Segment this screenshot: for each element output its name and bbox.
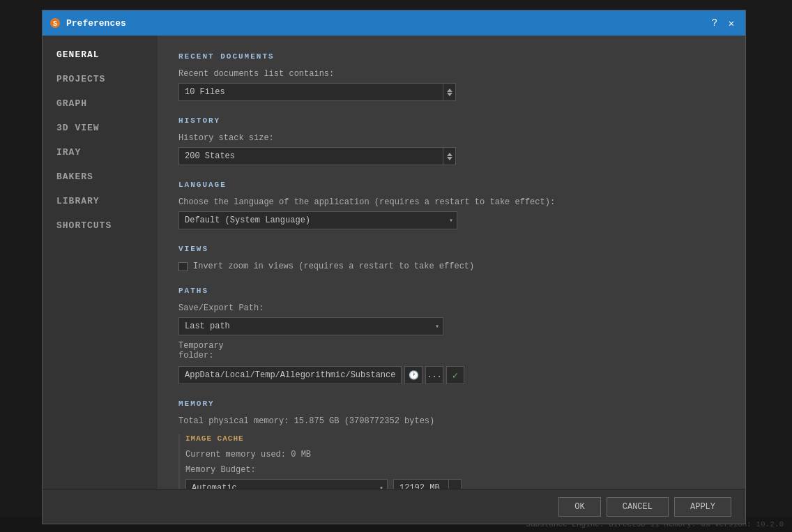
history-spinner-down [447,157,452,160]
sidebar-item-3dview[interactable]: 3D VIEW [43,116,158,140]
sidebar-item-projects[interactable]: PROJECTS [43,67,158,91]
sidebar-item-general[interactable]: GENERAL [43,43,158,67]
dots-icon: ... [427,370,442,380]
image-cache-title: IMAGE CACHE [185,434,724,443]
language-description: Choose the language of the application (… [178,197,724,207]
image-cache-value-input[interactable] [393,479,449,489]
section-history: HISTORY History stack size: [178,116,724,165]
help-button[interactable]: ? [708,16,722,30]
ok-button[interactable]: OK [558,497,600,517]
section-title-recent: RECENT DOCUMENTS [178,52,724,61]
invert-zoom-row: Invert zoom in views (requires a restart… [178,261,724,271]
temp-folder-row: Temporary folder: [178,341,724,360]
image-cache-subsection: IMAGE CACHE Current memory used: 0 MB Me… [178,434,724,489]
section-paths: PATHS Save/Export Path: Last path Projec… [178,287,724,384]
section-title-memory: MEMORY [178,400,724,408]
dialog-footer: OK CANCEL APPLY [43,489,745,524]
history-spinner-row [178,147,724,165]
clock-icon: 🕐 [409,370,419,381]
preferences-dialog: S Preferences ? ✕ GENERAL PROJECTS GRAPH… [42,10,746,524]
section-title-views: VIEWS [178,245,724,253]
section-recent-documents: RECENT DOCUMENTS Recent documents list c… [178,52,724,101]
invert-zoom-label: Invert zoom in views (requires a restart… [193,261,474,271]
total-memory-label: Total physical memory: 15.875 GB (370877… [178,416,724,426]
image-cache-mode-wrapper: Automatic Manual [185,479,388,489]
history-stack-label: History stack size: [178,133,724,143]
sidebar-item-library[interactable]: LIBRARY [43,189,158,213]
image-cache-value-wrap [393,479,462,489]
dialog-icon: S [50,17,61,29]
image-cache-spinner-btn[interactable] [449,479,462,489]
invert-zoom-checkbox[interactable] [178,262,188,271]
image-cache-budget-row: Automatic Manual [185,479,724,489]
image-cache-mode-select[interactable]: Automatic Manual [185,479,388,489]
close-button[interactable]: ✕ [724,16,738,30]
list-contains-label: Recent documents list contains: [178,69,724,79]
dialog-body: GENERAL PROJECTS GRAPH 3D VIEW IRAY BAKE… [43,36,745,489]
image-cache-budget-label: Memory Budget: [185,465,724,475]
image-cache-used-label: Current memory used: 0 MB [185,450,724,459]
section-memory: MEMORY Total physical memory: 15.875 GB … [178,400,724,489]
language-select[interactable]: Default (System Language) English French… [178,211,457,229]
temp-folder-input[interactable] [178,366,402,384]
apply-button[interactable]: APPLY [674,497,731,517]
language-select-wrapper: Default (System Language) English French… [178,211,457,229]
temp-folder-clock-btn[interactable]: 🕐 [404,366,422,384]
content-area: RECENT DOCUMENTS Recent documents list c… [158,36,745,489]
section-language: LANGUAGE Choose the language of the appl… [178,181,724,229]
recent-docs-input[interactable] [178,83,443,101]
temp-folder-label: Temporary folder: [178,341,255,360]
cancel-button[interactable]: CANCEL [607,497,669,517]
section-title-language: LANGUAGE [178,181,724,189]
spinner-down-arrow [447,93,452,96]
sidebar-item-shortcuts[interactable]: SHORTCUTS [43,213,158,238]
section-title-paths: PATHS [178,287,724,295]
history-stack-input[interactable] [178,147,443,165]
svg-text:S: S [53,20,57,28]
history-spinner-btn[interactable] [443,147,456,165]
recent-docs-spinner-row [178,83,724,101]
recent-docs-spinner-btn[interactable] [443,83,456,101]
temp-folder-browse-btn[interactable]: ... [425,366,443,384]
section-title-history: HISTORY [178,116,724,125]
history-spinner-up [447,153,452,156]
save-export-select-wrapper: Last path Project folder Custom [178,317,443,335]
sidebar-item-bakers[interactable]: BAKERS [43,165,158,189]
sidebar: GENERAL PROJECTS GRAPH 3D VIEW IRAY BAKE… [43,36,158,489]
save-export-select[interactable]: Last path Project folder Custom [178,317,443,335]
sidebar-item-iray[interactable]: IRAY [43,140,158,165]
spinner-up-arrow [447,89,452,92]
section-views: VIEWS Invert zoom in views (requires a r… [178,245,724,271]
sidebar-item-graph[interactable]: GRAPH [43,91,158,116]
temp-folder-confirm-btn[interactable]: ✓ [446,366,464,384]
dialog-title: Preferences [66,18,705,29]
dialog-title-bar: S Preferences ? ✕ [43,10,745,36]
check-icon: ✓ [452,370,458,381]
temp-folder-input-row: 🕐 ... ✓ [178,366,724,384]
save-export-label: Save/Export Path: [178,303,724,313]
